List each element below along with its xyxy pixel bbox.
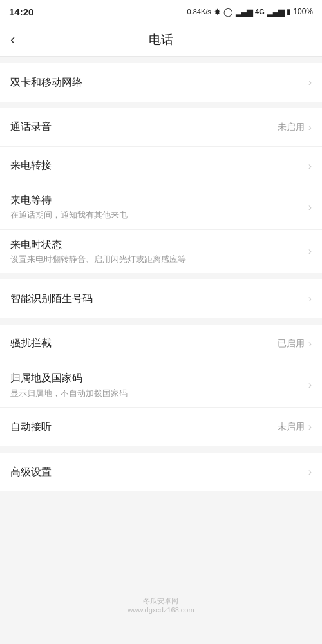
chevron-icon-call-forwarding: › xyxy=(308,161,312,171)
item-title-advanced-settings: 高级设置 xyxy=(10,465,308,479)
settings-item-call-recording[interactable]: 通话录音未启用› xyxy=(0,108,322,147)
item-value-harass-intercept: 已启用 xyxy=(278,338,305,350)
item-title-identify-unknown: 智能识别陌生号码 xyxy=(10,292,308,306)
settings-item-call-status[interactable]: 来电时状态设置来电时翻转静音、启用闪光灯或距离感应等› xyxy=(0,230,322,274)
chevron-icon-advanced-settings: › xyxy=(308,467,312,477)
settings-item-call-waiting[interactable]: 来电等待在通话期间，通知我有其他来电› xyxy=(0,185,322,230)
item-value-auto-answer: 未启用 xyxy=(278,421,305,433)
settings-group-group2: 通话录音未启用›来电转接›来电等待在通话期间，通知我有其他来电›来电时状态设置来… xyxy=(0,108,322,273)
watermark-line1: 冬瓜安卓网 xyxy=(128,596,194,606)
settings-item-auto-answer[interactable]: 自动接听未启用› xyxy=(0,408,322,446)
signal2-icon: ▂▄▆ xyxy=(267,7,284,17)
back-button[interactable]: ‹ xyxy=(10,33,15,47)
item-title-dual-sim: 双卡和移动网络 xyxy=(10,75,308,90)
status-time: 14:20 xyxy=(9,6,33,17)
settings-group-group5: 高级设置› xyxy=(0,453,322,491)
bluetooth-icon: ✸ xyxy=(214,7,221,17)
network-speed-icon: 0.84K/s xyxy=(187,8,211,15)
item-title-call-status: 来电时状态 xyxy=(10,238,308,252)
settings-item-harass-intercept[interactable]: 骚扰拦截已启用› xyxy=(0,325,322,363)
settings-item-dual-sim[interactable]: 双卡和移动网络› xyxy=(0,63,322,102)
settings-group-group4: 骚扰拦截已启用›归属地及国家码显示归属地，不自动加拨国家码›自动接听未启用› xyxy=(0,325,322,446)
settings-item-call-forwarding[interactable]: 来电转接› xyxy=(0,147,322,185)
signal-icon: ▂▄▆ xyxy=(236,7,252,17)
page-title: 电话 xyxy=(149,32,173,48)
settings-group-group1: 双卡和移动网络› xyxy=(0,63,322,102)
item-title-auto-answer: 自动接听 xyxy=(10,420,278,434)
item-title-call-waiting: 来电等待 xyxy=(10,193,308,207)
watermark: 冬瓜安卓网 www.dgxcdz168.com xyxy=(128,596,194,614)
item-value-call-recording: 未启用 xyxy=(278,122,305,133)
chevron-icon-call-status: › xyxy=(308,246,312,256)
item-subtitle-call-status: 设置来电时翻转静音、启用闪光灯或距离感应等 xyxy=(10,254,308,265)
item-subtitle-call-waiting: 在通话期间，通知我有其他来电 xyxy=(10,209,308,221)
status-icons: 0.84K/s ✸ ◯ ▂▄▆ 4G ▂▄▆ ▮ 100% xyxy=(187,7,313,17)
chevron-icon-identify-unknown: › xyxy=(308,294,312,304)
status-bar: 14:20 0.84K/s ✸ ◯ ▂▄▆ 4G ▂▄▆ ▮ 100% xyxy=(0,0,322,23)
chevron-icon-call-recording: › xyxy=(308,122,312,133)
settings-item-identify-unknown[interactable]: 智能识别陌生号码› xyxy=(0,279,322,318)
toolbar: ‹ 电话 xyxy=(0,23,322,57)
battery-icon: ▮ 100% xyxy=(287,7,313,16)
watermark-line2: www.dgxcdz168.com xyxy=(128,606,194,614)
settings-list: 双卡和移动网络›通话录音未启用›来电转接›来电等待在通话期间，通知我有其他来电›… xyxy=(0,63,322,491)
chevron-icon-auto-answer: › xyxy=(308,422,312,432)
alarm-icon: ◯ xyxy=(223,7,233,17)
item-title-harass-intercept: 骚扰拦截 xyxy=(10,336,278,350)
chevron-icon-dual-sim: › xyxy=(308,77,312,88)
item-title-call-recording: 通话录音 xyxy=(10,120,278,134)
item-subtitle-location-country: 显示归属地，不自动加拨国家码 xyxy=(10,388,308,399)
settings-group-group3: 智能识别陌生号码› xyxy=(0,279,322,318)
item-title-call-forwarding: 来电转接 xyxy=(10,158,308,173)
chevron-icon-call-waiting: › xyxy=(308,202,312,213)
bottom-area: 冬瓜安卓网 www.dgxcdz168.com xyxy=(0,498,322,627)
chevron-icon-location-country: › xyxy=(308,380,312,390)
item-title-location-country: 归属地及国家码 xyxy=(10,371,308,385)
network-type-icon: 4G xyxy=(255,8,265,15)
settings-item-location-country[interactable]: 归属地及国家码显示归属地，不自动加拨国家码› xyxy=(0,363,322,408)
settings-item-advanced-settings[interactable]: 高级设置› xyxy=(0,453,322,491)
chevron-icon-harass-intercept: › xyxy=(308,339,312,349)
